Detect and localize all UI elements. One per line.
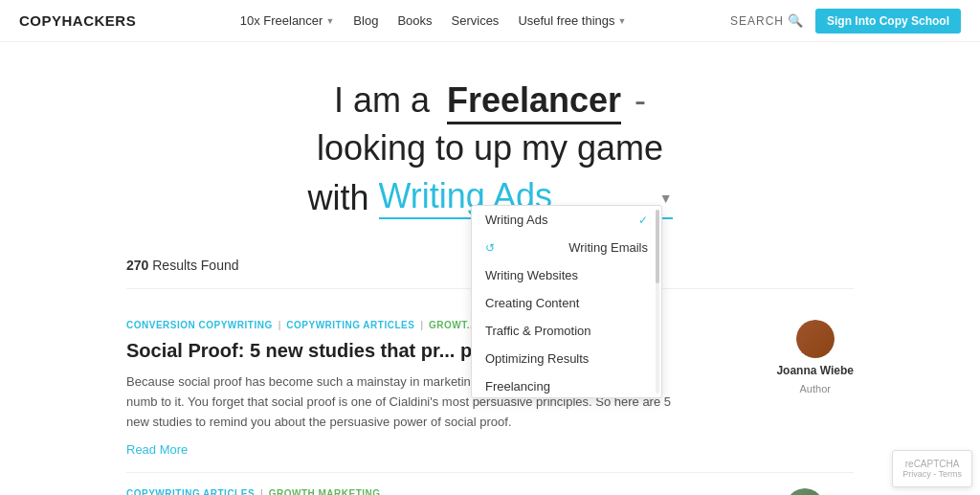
chevron-down-icon: ▼	[618, 16, 627, 26]
dropdown-item-writing-emails[interactable]: ↺ Writing Emails	[472, 234, 661, 261]
article-card: COPYWRITING ARTICLES | GROWTH MARKETING …	[126, 473, 854, 495]
dropdown-item-writing-websites[interactable]: Writing Websites	[472, 261, 661, 289]
hero-line2: looking to up my game	[19, 128, 961, 169]
nav-links: 10x Freelancer ▼ Blog Books Services Use…	[233, 10, 635, 32]
avatar	[796, 320, 835, 358]
navbar: COPYHACKERS 10x Freelancer ▼ Blog Books …	[0, 0, 980, 42]
brand-logo[interactable]: COPYHACKERS	[19, 12, 136, 29]
hero-line1: I am a Freelancer -	[19, 80, 961, 121]
nav-useful-free-things[interactable]: Useful free things ▼	[510, 10, 634, 32]
tag-growth-marketing: GROWTH MARKETING	[269, 488, 381, 495]
check-icon: ✓	[638, 214, 648, 227]
tag-separator: |	[260, 488, 263, 495]
recaptcha-label: reCAPTCHA	[902, 459, 962, 469]
avatar	[786, 488, 824, 495]
dropdown-item-freelancing[interactable]: Freelancing	[472, 372, 661, 397]
author-label: Author	[800, 383, 831, 394]
scrollbar-thumb[interactable]	[656, 210, 659, 283]
tag-growth: GROWT...	[429, 320, 477, 330]
skill-dropdown: Writing Ads ✓ ↺ Writing Emails Writing W…	[471, 205, 662, 398]
author-name: Joanna Wiebe	[776, 364, 854, 377]
nav-books[interactable]: Books	[390, 10, 439, 32]
scrollbar-track[interactable]	[656, 210, 659, 394]
tag-separator: |	[420, 320, 423, 330]
nav-services[interactable]: Services	[444, 10, 507, 32]
article-author: Joanna Wiebe Author	[776, 320, 854, 394]
nav-10x-freelancer[interactable]: 10x Freelancer ▼	[233, 10, 343, 32]
tag-copywriting-articles: COPYWRITING ARTICLES	[126, 488, 255, 495]
avatar-image	[786, 488, 824, 495]
nav-right: SEARCH 🔍 Sign Into Copy School	[730, 9, 961, 34]
hero-role-word: Freelancer	[447, 80, 621, 124]
dropdown-item-traffic-promotion[interactable]: Traffic & Promotion	[472, 317, 661, 345]
cookie-notice: reCAPTCHA Privacy - Terms	[892, 450, 972, 487]
avatar-image	[796, 320, 835, 358]
loading-icon: ↺	[485, 241, 495, 255]
search-icon: 🔍	[788, 13, 804, 28]
read-more-link[interactable]: Read More	[126, 442, 188, 457]
nav-blog[interactable]: Blog	[345, 10, 386, 32]
article-content: COPYWRITING ARTICLES | GROWTH MARKETING …	[126, 488, 681, 495]
dropdown-item-optimizing-results[interactable]: Optimizing Results	[472, 345, 661, 372]
hero-cursor: -	[635, 80, 646, 120]
privacy-terms: Privacy - Terms	[902, 469, 962, 479]
tag-conversion-copywriting: CONVERSION COPYWRITING	[126, 320, 273, 330]
article-tags: COPYWRITING ARTICLES | GROWTH MARKETING	[126, 488, 681, 495]
signin-button[interactable]: Sign Into Copy School	[815, 9, 961, 34]
article-author: Carolyn Beaudoin Author	[755, 488, 854, 495]
tag-separator: |	[278, 320, 281, 330]
search-button[interactable]: SEARCH 🔍	[730, 13, 804, 28]
tag-copywriting-articles: COPYWRITING ARTICLES	[286, 320, 414, 330]
chevron-down-icon: ▼	[325, 16, 334, 26]
dropdown-item-writing-ads[interactable]: Writing Ads ✓	[472, 206, 661, 234]
hero-section: I am a Freelancer - looking to up my gam…	[0, 42, 980, 238]
dropdown-item-creating-content[interactable]: Creating Content	[472, 289, 661, 317]
dropdown-scroll[interactable]: Writing Ads ✓ ↺ Writing Emails Writing W…	[472, 206, 661, 397]
